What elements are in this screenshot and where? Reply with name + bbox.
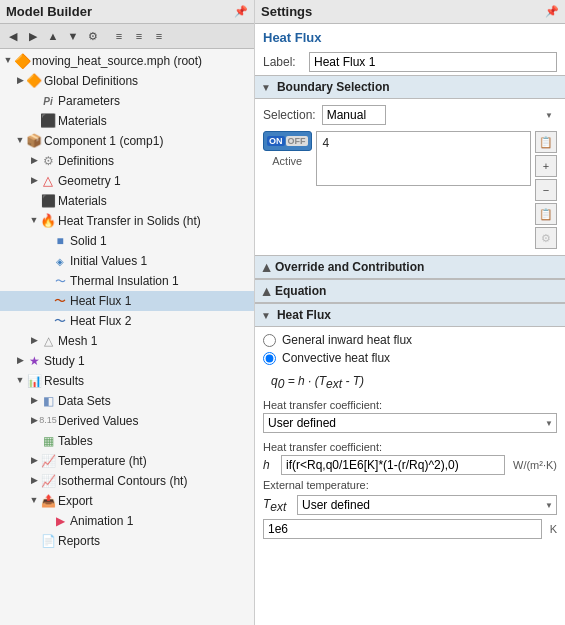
menu-button-3[interactable]: ≡ <box>150 27 168 45</box>
boundary-section-title: Boundary Selection <box>277 80 390 94</box>
selection-row: Selection: Manual <box>263 105 557 125</box>
label-input[interactable] <box>309 52 557 72</box>
tree-item-geometry1[interactable]: ▶ △ Geometry 1 <box>0 171 254 191</box>
tree-item-comp1[interactable]: ▼ 📦 Component 1 (comp1) <box>0 131 254 151</box>
label-row: Label: <box>255 49 565 75</box>
tree-item-study1[interactable]: ▶ ★ Study 1 <box>0 351 254 371</box>
tree-label-materials-global: Materials <box>58 112 107 130</box>
tree-label-global: Global Definitions <box>44 72 138 90</box>
up-button[interactable]: ▲ <box>44 27 62 45</box>
flux1-icon: 〜 <box>52 293 68 309</box>
menu-button-2[interactable]: ≡ <box>130 27 148 45</box>
tree-item-flux1[interactable]: 〜 Heat Flux 1 <box>0 291 254 311</box>
pin-icon[interactable]: 📌 <box>234 5 248 18</box>
copy-button[interactable]: 📋 <box>535 203 557 225</box>
tree-label-comp1: Component 1 (comp1) <box>44 132 163 150</box>
paste-button[interactable]: 📋 <box>535 131 557 153</box>
heatflux-section-header[interactable]: ▼ Heat Flux <box>255 303 565 327</box>
menu-button-1[interactable]: ≡ <box>110 27 128 45</box>
add-button[interactable]: + <box>535 155 557 177</box>
arrow-derived: ▶ <box>28 414 40 428</box>
global-icon: 🔶 <box>26 73 42 89</box>
h-unit: W/(m²·K) <box>513 459 557 471</box>
radio-convective-label: Convective heat flux <box>282 351 390 365</box>
t-ext-input[interactable] <box>263 519 542 539</box>
geometry1-icon: △ <box>40 173 56 189</box>
tree-item-results[interactable]: ▼ 📊 Results <box>0 371 254 391</box>
ext-temp-label: External temperature: <box>263 479 557 491</box>
tree-item-anim[interactable]: ▶ Animation 1 <box>0 511 254 531</box>
init-icon: ◈ <box>52 253 68 269</box>
tree-item-definitions[interactable]: ▶ ⚙ Definitions <box>0 151 254 171</box>
formula-display: q0 = h · (Text - T) <box>263 369 557 395</box>
arrow-study1: ▶ <box>14 354 26 368</box>
comp1-icon: 📦 <box>26 133 42 149</box>
tree-item-materials-global[interactable]: ⬛ Materials <box>0 111 254 131</box>
tree-item-params[interactable]: Pi Parameters <box>0 91 254 111</box>
tree-label-flux2: Heat Flux 2 <box>70 312 131 330</box>
boundary-arrow-icon: ▼ <box>261 82 271 93</box>
tree-item-datasets[interactable]: ▶ ◧ Data Sets <box>0 391 254 411</box>
toggle-off-label: OFF <box>286 136 308 146</box>
tree-item-root[interactable]: ▼ 🔶 moving_heat_source.mph (root) <box>0 51 254 71</box>
ht-coeff-dropdown-wrapper: User defined <box>263 413 557 433</box>
tree-item-solid1[interactable]: ■ Solid 1 <box>0 231 254 251</box>
heat-icon: 🔥 <box>40 213 56 229</box>
tree-item-init[interactable]: ◈ Initial Values 1 <box>0 251 254 271</box>
ht-coeff-dropdown-wrapper-outer: User defined <box>263 413 557 437</box>
tree-item-reports[interactable]: 📄 Reports <box>0 531 254 551</box>
options-button[interactable]: ⚙ <box>535 227 557 249</box>
tree-label-results: Results <box>44 372 84 390</box>
down-button[interactable]: ▼ <box>64 27 82 45</box>
radio-row-2[interactable]: Convective heat flux <box>263 351 557 365</box>
ht-coeff-dropdown[interactable]: User defined <box>263 413 557 433</box>
definitions-icon: ⚙ <box>40 153 56 169</box>
tree-label-insulation: Thermal Insulation 1 <box>70 272 179 290</box>
model-builder-panel: Model Builder 📌 ◀ ▶ ▲ ▼ ⚙ ≡ ≡ ≡ ▼ 🔶 movi… <box>0 0 255 625</box>
tree-item-flux2[interactable]: 〜 Heat Flux 2 <box>0 311 254 331</box>
tree-item-tables[interactable]: ▦ Tables <box>0 431 254 451</box>
tree-item-heat[interactable]: ▼ 🔥 Heat Transfer in Solids (ht) <box>0 211 254 231</box>
selection-dropdown[interactable]: Manual <box>322 105 386 125</box>
arrow-datasets: ▶ <box>28 394 40 408</box>
formula-text: q0 = h · (Text - T) <box>271 374 364 388</box>
tree-item-temp[interactable]: ▶ 📈 Temperature (ht) <box>0 451 254 471</box>
tree-item-derived[interactable]: ▶ 8.15 Derived Values <box>0 411 254 431</box>
h-label: h <box>263 458 277 472</box>
radio-row-1[interactable]: General inward heat flux <box>263 333 557 347</box>
tree-item-insulation[interactable]: 〜 Thermal Insulation 1 <box>0 271 254 291</box>
radio-convective[interactable] <box>263 352 276 365</box>
settings-header: Settings 📌 <box>255 0 565 24</box>
equation-section-header[interactable]: ▶ Equation <box>255 279 565 303</box>
ht-coeff-label: Heat transfer coefficient: <box>263 399 557 411</box>
tree-item-materials[interactable]: ⬛ Materials <box>0 191 254 211</box>
tree-label-init: Initial Values 1 <box>70 252 147 270</box>
tree-label-solid1: Solid 1 <box>70 232 107 250</box>
remove-button[interactable]: − <box>535 179 557 201</box>
t-ext-label: Text <box>263 497 291 514</box>
boundary-list: 4 <box>316 131 532 186</box>
tree-item-export[interactable]: ▼ 📤 Export <box>0 491 254 511</box>
toggle-on-label: ON <box>267 136 285 146</box>
tree-item-iso[interactable]: ▶ 📈 Isothermal Contours (ht) <box>0 471 254 491</box>
back-button[interactable]: ◀ <box>4 27 22 45</box>
equation-arrow-icon: ▶ <box>260 287 271 295</box>
boundary-toggle-button[interactable]: ON OFF <box>263 131 312 151</box>
boundary-section-header[interactable]: ▼ Boundary Selection <box>255 75 565 99</box>
tree-item-mesh1[interactable]: ▶ △ Mesh 1 <box>0 331 254 351</box>
datasets-icon: ◧ <box>40 393 56 409</box>
t-ext-dropdown[interactable]: User defined <box>297 495 557 515</box>
insulation-icon: 〜 <box>52 273 68 289</box>
override-section-header[interactable]: ▶ Override and Contribution <box>255 255 565 279</box>
results-icon: 📊 <box>26 373 42 389</box>
heatflux-section-title: Heat Flux <box>277 308 331 322</box>
gear-button[interactable]: ⚙ <box>84 27 102 45</box>
forward-button[interactable]: ▶ <box>24 27 42 45</box>
arrow-iso: ▶ <box>28 474 40 488</box>
settings-pin-icon[interactable]: 📌 <box>545 5 559 18</box>
t-ext-value-row: K <box>263 519 557 539</box>
radio-general-label: General inward heat flux <box>282 333 412 347</box>
h-input[interactable] <box>281 455 505 475</box>
tree-item-global[interactable]: ▶ 🔶 Global Definitions <box>0 71 254 91</box>
radio-general[interactable] <box>263 334 276 347</box>
